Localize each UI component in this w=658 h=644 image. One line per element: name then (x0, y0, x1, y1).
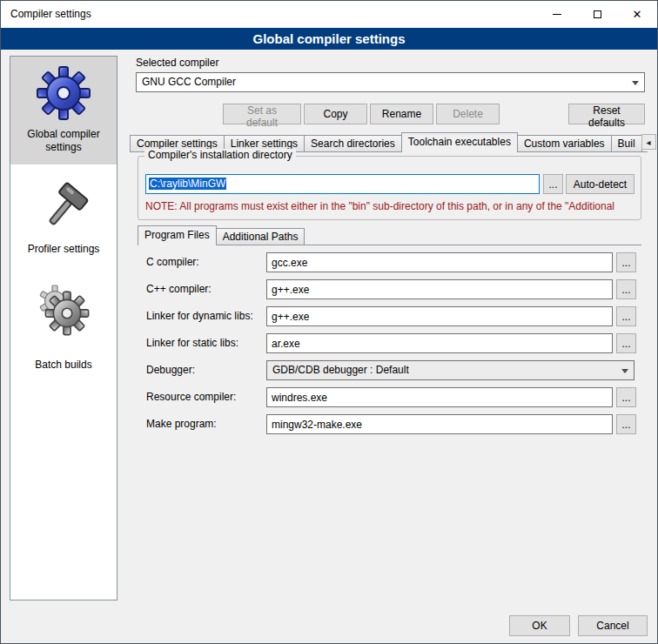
install-dir-input[interactable]: C:\raylib\MinGW (145, 174, 540, 194)
install-dir-note: NOTE: All programs must exist either in … (145, 200, 614, 212)
sidebar-item-label: Global compiler settings (12, 128, 115, 154)
field-row-resource-compiler: Resource compiler: ... (146, 387, 634, 407)
set-as-default-button[interactable]: Set as default (223, 104, 301, 124)
reset-defaults-button[interactable]: Reset defaults (568, 104, 645, 124)
field-label: Debugger: (146, 360, 195, 380)
field-label: Linker for dynamic libs: (146, 306, 253, 326)
tab-program-files[interactable]: Program Files (138, 225, 217, 245)
debugger-combobox[interactable]: GDB/CDB debugger : Default (266, 360, 634, 380)
sidebar-item-label: Batch builds (12, 359, 115, 372)
install-dir-groupbox: C:\raylib\MinGW ... Auto-detect NOTE: Al… (138, 156, 641, 220)
resource-compiler-input[interactable] (266, 387, 613, 407)
field-label: C compiler: (146, 252, 199, 272)
window-controls: ✕ (537, 1, 657, 28)
debugger-value: GDB/CDB debugger : Default (272, 364, 409, 376)
selected-compiler-value: GNU GCC Compiler (142, 76, 236, 88)
field-label: Linker for static libs: (146, 333, 238, 353)
maximize-button[interactable] (577, 1, 617, 28)
field-row-make-program: Make program: ... (146, 414, 634, 434)
field-label: C++ compiler: (146, 279, 212, 299)
cpp-compiler-input[interactable] (266, 279, 613, 299)
gray-gears-icon (36, 282, 91, 338)
selected-compiler-combobox[interactable]: GNU GCC Compiler (136, 72, 645, 92)
dialog-footer: OK Cancel (509, 615, 648, 636)
field-row-dynamic-linker: Linker for dynamic libs: ... (146, 306, 634, 326)
settings-category-list: Global compiler settings Profiler settin… (10, 56, 118, 600)
dropdown-arrow-icon (621, 369, 628, 373)
maximize-icon (594, 10, 601, 18)
cpp-compiler-browse-button[interactable]: ... (616, 279, 636, 299)
hammer-icon (36, 180, 91, 236)
title-bar[interactable]: Compiler settings ✕ (1, 1, 657, 28)
sidebar-item-global-compiler-settings[interactable]: Global compiler settings (10, 57, 117, 164)
main-panel: Selected compiler GNU GCC Compiler Set a… (127, 55, 650, 608)
minimize-icon (553, 14, 561, 15)
sidebar-item-label: Profiler settings (12, 243, 115, 256)
compiler-buttons-row: Set as default Copy Rename Delete Reset … (136, 104, 645, 124)
cancel-button[interactable]: Cancel (578, 615, 648, 636)
close-button[interactable]: ✕ (617, 1, 657, 28)
window-title: Compiler settings (10, 1, 91, 28)
sidebar-item-batch-builds[interactable]: Batch builds (10, 273, 117, 382)
copy-button[interactable]: Copy (304, 104, 367, 124)
install-dir-selected-text: C:\raylib\MinGW (149, 178, 226, 190)
make-program-input[interactable] (266, 414, 613, 434)
blue-gear-icon (36, 65, 91, 121)
field-label: Make program: (146, 414, 217, 434)
static-linker-input[interactable] (266, 333, 613, 353)
tab-scrollers: ◂ ▸ (641, 134, 658, 150)
triangle-left-icon: ◂ (647, 138, 651, 147)
install-dir-row: C:\raylib\MinGW ... Auto-detect (145, 174, 634, 194)
c-compiler-browse-button[interactable]: ... (616, 252, 636, 272)
close-icon: ✕ (633, 8, 642, 21)
ok-button[interactable]: OK (509, 615, 570, 636)
field-row-c-compiler: C compiler: ... (146, 252, 634, 272)
field-label: Resource compiler: (146, 387, 236, 407)
tab-scroll-left-button[interactable]: ◂ (641, 134, 656, 150)
resource-compiler-browse-button[interactable]: ... (616, 387, 636, 407)
dynamic-linker-browse-button[interactable]: ... (616, 306, 636, 326)
dropdown-arrow-icon (632, 81, 639, 85)
make-program-browse-button[interactable]: ... (616, 414, 636, 434)
minimize-button[interactable] (537, 1, 577, 28)
field-row-static-linker: Linker for static libs: ... (146, 333, 634, 353)
field-row-debugger: Debugger: GDB/CDB debugger : Default (146, 360, 634, 380)
compiler-settings-dialog: Compiler settings ✕ Global compiler sett… (0, 0, 658, 644)
c-compiler-input[interactable] (266, 252, 613, 272)
dynamic-linker-input[interactable] (266, 306, 613, 326)
install-dir-group-title: Compiler's installation directory (144, 149, 296, 161)
install-dir-browse-button[interactable]: ... (543, 174, 563, 194)
tab-additional-paths[interactable]: Additional Paths (216, 228, 306, 245)
auto-detect-button[interactable]: Auto-detect (566, 174, 634, 194)
program-files-tabstrip: Program Files Additional Paths (138, 225, 304, 245)
rename-button[interactable]: Rename (370, 104, 433, 124)
page-title: Global compiler settings (1, 28, 657, 50)
field-row-cpp-compiler: C++ compiler: ... (146, 279, 634, 299)
static-linker-browse-button[interactable]: ... (616, 333, 636, 353)
groupbox-title-wrap: Compiler's installation directory (138, 149, 641, 163)
sidebar-item-profiler-settings[interactable]: Profiler settings (10, 171, 117, 266)
selected-compiler-label: Selected compiler (136, 57, 218, 69)
delete-button[interactable]: Delete (436, 104, 500, 124)
